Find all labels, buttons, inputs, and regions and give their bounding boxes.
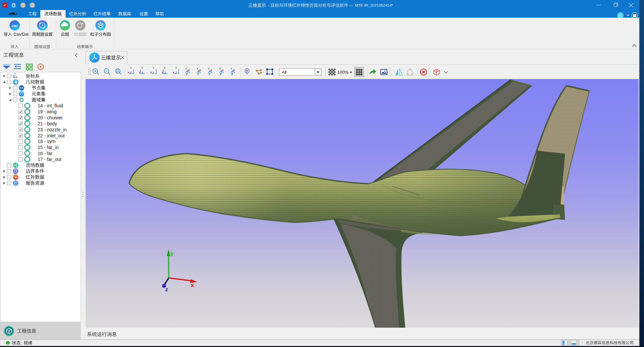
svg-text:z: z (165, 286, 168, 293)
svg-text:z: z (139, 71, 140, 74)
svg-text:x: x (164, 71, 166, 74)
svg-text:Y: Y (141, 66, 143, 70)
svg-text:y: y (170, 250, 174, 257)
svg-text:z: z (220, 72, 221, 76)
svg-text:z: z (197, 72, 198, 76)
svg-text:cas: cas (12, 23, 17, 28)
svg-text:z: z (208, 72, 210, 76)
svg-text:z: z (14, 75, 15, 78)
svg-text:Y: Y (153, 66, 155, 70)
svg-text:x: x (16, 75, 18, 78)
svg-text:z: z (153, 71, 154, 74)
svg-text:x: x (173, 71, 174, 74)
svg-text:x: x (233, 68, 235, 72)
svg-text:z: z (186, 72, 187, 76)
svg-text:Y: Y (196, 67, 198, 70)
svg-text:Y: Y (230, 67, 232, 70)
svg-text:Y: Y (164, 66, 166, 70)
svg-text:x: x (222, 68, 224, 72)
svg-text:x: x (142, 71, 143, 74)
svg-text:Y: Y (185, 67, 187, 70)
svg-text:x: x (150, 71, 152, 74)
svg-text:z: z (130, 71, 132, 74)
svg-text:z: z (231, 72, 232, 76)
svg-text:x: x (199, 68, 201, 72)
svg-text:x: x (188, 68, 190, 72)
svg-text:Y: Y (130, 66, 132, 70)
svg-text:Y: Y (219, 67, 221, 70)
svg-text:x: x (211, 68, 212, 72)
svg-text:x: x (191, 282, 194, 288)
svg-text:Y: Y (175, 66, 177, 70)
svg-text:x: x (128, 71, 129, 74)
svg-text:z: z (175, 71, 177, 74)
svg-text:z: z (161, 71, 163, 74)
svg-text:Y: Y (208, 67, 210, 70)
